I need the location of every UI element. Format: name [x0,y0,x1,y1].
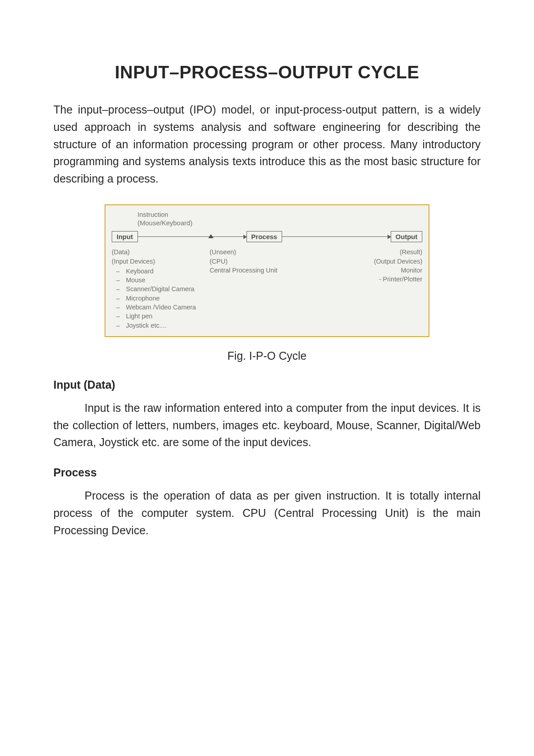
arrow-process-to-output [282,236,391,237]
output-head1: (Result) [321,248,422,256]
figure-caption: Fig. I-P-O Cycle [53,350,481,362]
output-head2: (Output Devices) [321,257,422,266]
ipo-diagram-container: Instruction (Mouse/Keyboard) Input Proce… [105,204,429,337]
input-box: Input [112,231,138,242]
section-title-input: Input (Data) [53,378,481,391]
instruction-line2: (Mouse/Keyboard) [138,219,422,228]
process-line3: Central Processing Unit [210,266,321,275]
process-box: Process [247,231,282,242]
process-head1: (Unseen) [210,248,321,256]
diagram-flow-row: Input Process Output [112,230,422,243]
up-arrow-icon [208,234,214,238]
input-head2: (Input Devices) [112,257,210,266]
output-box: Output [391,231,422,242]
page-title: INPUT–PROCESS–OUTPUT CYCLE [53,62,481,82]
list-item: Mouse [112,276,210,285]
list-item: Keyboard [112,267,210,276]
input-column: (Data) (Input Devices) Keyboard Mouse Sc… [112,248,210,330]
ipo-diagram: Instruction (Mouse/Keyboard) Input Proce… [105,204,429,337]
list-item: Microphone [112,294,210,303]
arrow-head-icon [243,235,247,239]
list-item: Joystick etc.... [112,321,210,330]
section-body-process: Process is the operation of data as per … [53,487,481,539]
diagram-columns: (Data) (Input Devices) Keyboard Mouse Sc… [112,248,422,330]
instruction-line1: Instruction [138,211,422,219]
output-line4: - Printer/Plotter [321,275,422,284]
intro-paragraph: The input–process–output (IPO) model, or… [53,101,481,187]
process-column: (Unseen) (CPU) Central Processing Unit [210,248,321,330]
section-title-process: Process [53,466,481,479]
section-body-input: Input is the raw information entered int… [53,399,481,451]
output-line3: Monitor [321,266,422,275]
list-item: Scanner/Digital Camera [112,285,210,293]
output-column: (Result) (Output Devices) Monitor - Prin… [321,248,422,330]
list-item: Webcam /Video Camera [112,303,210,312]
process-head2: (CPU) [210,257,321,266]
diagram-instruction-label: Instruction (Mouse/Keyboard) [138,211,422,228]
input-head1: (Data) [112,248,210,256]
arrow-head-icon [388,235,391,239]
arrow-input-to-process [138,236,247,237]
input-devices-list: Keyboard Mouse Scanner/Digital Camera Mi… [112,267,210,330]
list-item: Light pen [112,312,210,321]
